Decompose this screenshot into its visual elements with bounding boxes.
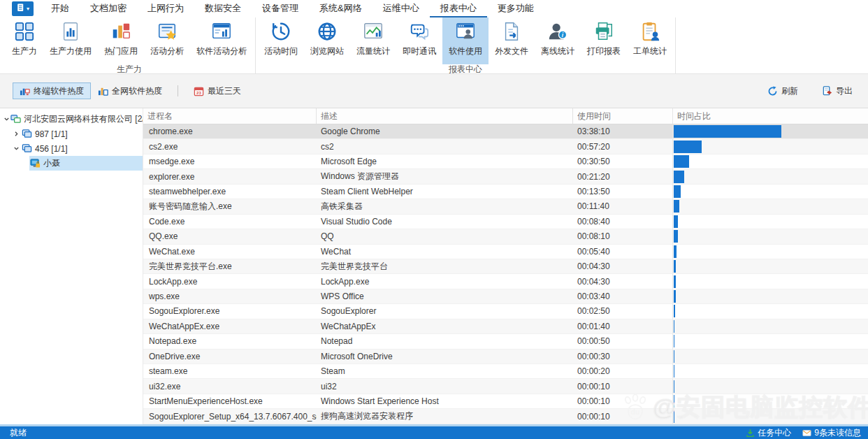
table-row[interactable]: SogouExplorer_Setup_x64_13.7.6067.400_so… <box>143 409 868 424</box>
ribbon-item-software-usage[interactable]: 软件使用 <box>442 17 489 64</box>
instant-messaging-icon <box>409 21 430 42</box>
table-row[interactable]: explorer.exeWindows 资源管理器00:21:20 <box>143 169 868 184</box>
time-ratio-bar <box>674 335 674 347</box>
table-row[interactable]: LockApp.exeLockApp.exe00:04:30 <box>143 274 868 289</box>
table-row[interactable]: SogouExplorer.exeSogouExplorer00:02:50 <box>143 304 868 319</box>
table-row[interactable]: OneDrive.exeMicrosoft OneDrive00:00:30 <box>143 350 868 364</box>
ribbon-item-label: 流量统计 <box>356 45 390 57</box>
usage-time-cell: 00:08:10 <box>573 229 672 243</box>
table-row[interactable]: steam.exeSteam00:00:20 <box>143 364 868 379</box>
menu-item-1[interactable]: 文档加密 <box>80 0 137 17</box>
download-arrow-icon <box>746 429 755 438</box>
menu-item-3[interactable]: 数据安全 <box>194 0 252 17</box>
tree-node-3[interactable]: 小聂 <box>0 156 143 171</box>
ribbon-item-work-order-stats[interactable]: 工单统计 <box>627 17 673 64</box>
ribbon-item-hot-apps[interactable]: 热门应用 <box>98 17 144 64</box>
ribbon-item-label: 软件活动分析 <box>196 45 247 57</box>
column-header-usage-time[interactable]: 使用时间 <box>573 108 672 124</box>
toolbar-button-label: 全网软件热度 <box>112 85 162 97</box>
time-ratio-cell <box>672 199 868 213</box>
table-row[interactable]: steamwebhelper.exeSteam Client WebHelper… <box>143 185 868 199</box>
usage-time-cell: 00:00:10 <box>573 409 672 423</box>
ribbon-item-print-report[interactable]: 打印报表 <box>581 17 627 64</box>
column-header-process[interactable]: 进程名 <box>143 108 317 124</box>
menu-item-2[interactable]: 上网行为 <box>137 0 194 17</box>
ribbon-item-outgoing-files[interactable]: 外发文件 <box>489 17 535 64</box>
ribbon-item-offline-stats[interactable]: i离线统计 <box>535 17 581 64</box>
table-row[interactable]: 账号密码随意输入.exe高铁采集器00:11:40 <box>143 199 868 214</box>
device-tree: 河北安固云网络科技有限公司 [2/2]987 [1/1]456 [1/1]小聂 <box>0 108 143 424</box>
menu-item-6[interactable]: 运维中心 <box>372 0 430 17</box>
table-row[interactable]: wps.exeWPS Office00:03:40 <box>143 289 868 304</box>
menu-item-7[interactable]: 报表中心 <box>430 0 487 17</box>
ribbon-item-active-time[interactable]: 活动时间 <box>258 17 304 64</box>
toolbar-separator <box>178 85 178 96</box>
table-row[interactable]: Notepad.exeNotepad00:00:50 <box>143 334 868 349</box>
table-row[interactable]: ui32.exeui3200:00:10 <box>143 379 868 394</box>
process-name-cell: steamwebhelper.exe <box>143 185 317 199</box>
time-ratio-cell <box>672 259 868 273</box>
status-item-mail[interactable]: 9条未读信息 <box>802 427 861 439</box>
ribbon-item-browse-websites[interactable]: 浏览网站 <box>304 17 350 64</box>
ribbon-item-traffic-stats[interactable]: 流量统计 <box>350 17 396 64</box>
description-cell: 完美世界竞技平台 <box>317 259 573 273</box>
usage-time-cell: 00:04:30 <box>573 259 672 273</box>
usage-time-cell: 00:13:50 <box>573 185 672 199</box>
table-row[interactable]: Code.exeVisual Studio Code00:08:40 <box>143 215 868 229</box>
time-ratio-bar <box>674 141 702 153</box>
ribbon-item-productivity-usage[interactable]: 生产力使用 <box>43 17 98 64</box>
toolbar-button-network-software-heat[interactable]: 全网软件热度 <box>91 82 169 99</box>
chevron-down-icon[interactable] <box>3 116 10 122</box>
menu-item-0[interactable]: 开始 <box>41 0 80 17</box>
browse-websites-icon <box>317 21 338 42</box>
toolbar-button-refresh[interactable]: 刷新 <box>760 82 805 99</box>
time-ratio-bar <box>674 305 675 317</box>
table-row[interactable]: QQ.exeQQ00:08:10 <box>143 229 868 244</box>
ribbon-item-productivity-grid[interactable]: 生产力 <box>6 17 43 64</box>
menu-item-5[interactable]: 系统&网络 <box>309 0 372 17</box>
table-row[interactable]: WeChatAppEx.exeWeChatAppEx00:01:40 <box>143 319 868 334</box>
table-row[interactable]: StartMenuExperienceHost.exeWindows Start… <box>143 394 868 409</box>
ribbon-item-instant-messaging[interactable]: 即时通讯 <box>396 17 442 64</box>
ribbon-item-label: 生产力使用 <box>50 45 92 57</box>
report-toolbar: 终端软件热度全网软件热度23最近三天 刷新导出 <box>0 74 868 108</box>
time-ratio-bar <box>674 260 676 273</box>
toolbar-button-terminal-software-heat[interactable]: 终端软件热度 <box>13 82 91 99</box>
time-ratio-cell <box>672 274 868 288</box>
tree-node-label: 987 [1/1] <box>35 129 68 139</box>
toolbar-button-calendar-3days[interactable]: 23最近三天 <box>187 82 248 99</box>
table-row[interactable]: chrome.exeGoogle Chrome03:38:10 <box>143 124 868 139</box>
menu-item-8[interactable]: 更多功能 <box>487 0 544 17</box>
table-row[interactable]: WeChat.exeWeChat00:05:40 <box>143 245 868 259</box>
tree-node-2[interactable]: 456 [1/1] <box>0 141 143 156</box>
hot-apps-icon <box>110 21 131 42</box>
time-ratio-cell <box>672 215 868 229</box>
tree-node-1[interactable]: 987 [1/1] <box>0 127 143 141</box>
usage-time-cell: 00:04:30 <box>573 274 672 288</box>
menu-item-4[interactable]: 设备管理 <box>252 0 309 17</box>
time-ratio-bar <box>674 200 679 213</box>
chevron-down-icon[interactable] <box>12 145 21 152</box>
process-name-cell: OneDrive.exe <box>143 350 317 364</box>
time-ratio-bar <box>674 320 674 333</box>
tree-node-body: 河北安固云网络科技有限公司 [2/2] <box>10 112 143 127</box>
toolbar-button-export[interactable]: 导出 <box>815 82 860 99</box>
status-item-label: 任务中心 <box>758 427 791 439</box>
time-ratio-bar <box>674 125 781 138</box>
table-row[interactable]: msedge.exeMicrosoft Edge00:30:50 <box>143 154 868 169</box>
column-header-time-ratio[interactable]: 时间占比 <box>672 108 868 124</box>
toolbar-button-label: 刷新 <box>781 85 798 97</box>
tree-node-0[interactable]: 河北安固云网络科技有限公司 [2/2] <box>0 112 143 127</box>
chevron-right-icon[interactable] <box>12 131 21 137</box>
ribbon-item-activity-analysis[interactable]: 活动分析 <box>144 17 190 64</box>
table-row[interactable]: 完美世界竞技平台.exe完美世界竞技平台00:04:30 <box>143 259 868 274</box>
status-item-download-arrow[interactable]: 任务中心 <box>746 427 791 439</box>
description-cell: SogouExplorer <box>317 304 573 318</box>
ribbon-item-software-activity-analysis[interactable]: 软件活动分析 <box>190 17 253 64</box>
process-name-cell: cs2.exe <box>143 139 317 153</box>
description-cell: Steam <box>317 364 573 378</box>
time-ratio-bar <box>674 350 674 363</box>
app-menu-button[interactable]: ▾ <box>12 1 34 16</box>
table-row[interactable]: cs2.execs200:57:20 <box>143 139 868 154</box>
column-header-description[interactable]: 描述 <box>317 108 573 124</box>
